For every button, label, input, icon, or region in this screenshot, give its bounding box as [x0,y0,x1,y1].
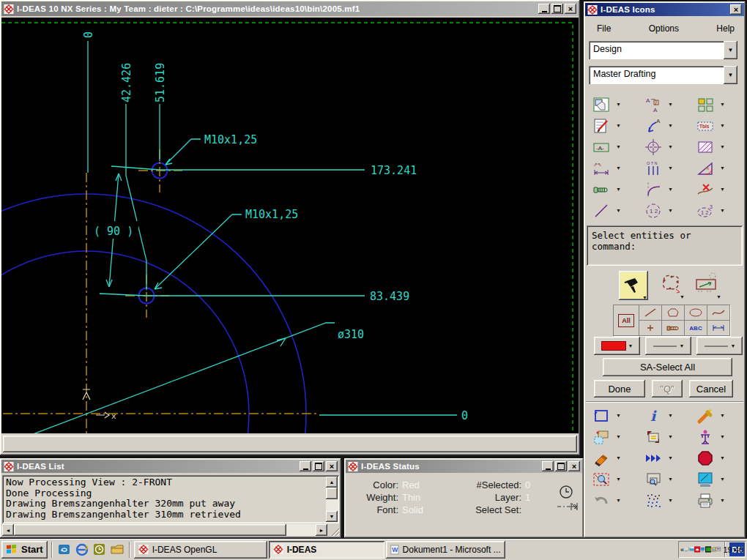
dim-83-439[interactable]: 83.439 [370,290,409,303]
chevron-down-icon[interactable]: ▼ [616,477,621,482]
thread-icon[interactable] [592,181,610,198]
dim-51-619[interactable]: 51.619 [154,63,167,102]
chevron-down-icon[interactable]: ▼ [720,455,725,460]
centerlines[interactable] [3,149,319,433]
chevron-down-icon[interactable]: ▼ [668,187,673,192]
dim-42-426[interactable]: 42.426 [120,63,133,102]
chevron-down-icon[interactable]: ▼ [642,295,647,300]
chevron-down-icon[interactable]: ▼ [720,477,725,482]
list-window-titlebar[interactable]: I-DEAS List × [1,460,340,473]
ordinate-zero-right[interactable]: 0 [461,409,468,422]
thread-label-2[interactable]: M10x1,25 [245,208,298,221]
chevron-down-icon[interactable]: ▼ [720,434,725,439]
chevron-down-icon[interactable]: ▼ [720,102,725,107]
chevron-down-icon[interactable]: ▼ [668,123,673,128]
chevron-down-icon[interactable]: ▼ [668,434,673,439]
filter-polygon[interactable] [662,305,684,320]
balloon-multi-icon[interactable]: 1 23 [696,202,714,220]
icons-panel-titlebar[interactable]: I-DEAS Icons × [585,3,744,16]
tray-clock[interactable]: 19:46 [723,545,743,554]
chevron-down-icon[interactable]: ▼ [724,41,737,59]
text-note-icon[interactable]: -A- [592,138,610,156]
chevron-down-icon[interactable]: ▼ [668,208,673,213]
filter-line[interactable] [639,305,661,320]
chevron-down-icon[interactable]: ▼ [668,477,673,482]
info-icon[interactable]: i [644,407,662,425]
hatch-icon[interactable] [696,138,714,156]
shade-dots-icon[interactable] [644,492,662,509]
minimize-button[interactable] [542,461,554,471]
dim-90[interactable]: ( 90 ) [94,225,133,238]
menu-options[interactable]: Options [646,22,682,35]
line-style-combo[interactable]: ▼ [645,337,691,355]
chevron-down-icon[interactable]: ▼ [720,413,725,418]
start-button[interactable]: Start [1,541,48,559]
dim-173-241[interactable]: 173.241 [371,164,417,177]
filter-spline[interactable] [707,305,729,320]
balloon-icon[interactable]: 1 2 [644,202,662,220]
menu-file[interactable]: File [594,22,614,35]
sheet-squares-icon[interactable] [696,96,714,113]
filter-thread[interactable] [662,321,684,335]
q-button[interactable]: "Q" [652,380,683,397]
copy-text-icon[interactable]: AA [644,96,662,113]
chevron-down-icon[interactable]: ▼ [616,498,621,503]
close-button[interactable]: × [568,461,580,471]
display-settings-icon[interactable] [716,545,721,553]
prompt-box[interactable]: Select entities or command: [587,225,743,266]
chevron-down-icon[interactable]: ▼ [668,455,673,460]
edit-sheet-icon[interactable] [592,117,610,135]
scroll-down-arrow[interactable]: ▼ [326,511,338,522]
print-icon[interactable] [696,492,714,509]
minimize-button[interactable] [300,461,311,471]
done-button[interactable]: Done [594,380,645,397]
main-window-titlebar[interactable]: I-DEAS 10 NX Series : My Team : dieter :… [1,1,579,16]
status-window-titlebar[interactable]: I-DEAS Status × [346,460,582,473]
chevron-down-icon[interactable]: ▼ [616,123,621,128]
chevron-down-icon[interactable]: ▼ [668,144,673,149]
ordinate-zero-top[interactable]: 0 [82,31,95,38]
delete-curve-icon[interactable] [696,181,714,198]
chevron-down-icon[interactable]: ▼ [720,123,725,128]
maximize-button[interactable] [555,461,567,471]
maximize-button[interactable] [551,4,563,14]
undo-icon[interactable] [592,492,610,509]
zone-select-button[interactable]: ▼ [694,272,720,299]
drawing-canvas[interactable]: x 0 42.426 51.619 M10x1,25 173.241 ( 90 … [1,18,579,433]
chevron-down-icon[interactable]: ▼ [720,208,725,213]
eraser-icon[interactable] [592,449,610,467]
menu-help[interactable]: Help [713,22,737,35]
maximize-button[interactable] [313,461,324,471]
icons-panel-close-button[interactable]: × [730,4,742,15]
filter-dimension[interactable] [707,321,729,335]
minimize-button[interactable] [538,4,550,14]
line-icon[interactable] [592,202,610,220]
stop-icon[interactable] [696,449,714,467]
zoom-selection-icon[interactable] [592,471,610,488]
task-ideas[interactable]: I-DEAS [269,541,384,559]
chevron-down-icon[interactable]: ▼ [668,102,673,107]
task-word-document[interactable]: W Dokument1 - Microsoft ... [386,541,505,559]
leader-arrow-icon[interactable]: A [644,117,662,135]
chevron-down-icon[interactable]: ▼ [616,434,621,439]
dimension-icon[interactable]: ⇗⇖ [592,160,610,177]
fillet-icon[interactable] [644,181,662,198]
chevron-down-icon[interactable]: ▼ [668,413,673,418]
color-combo[interactable]: ▼ [594,337,640,355]
chevron-down-icon[interactable]: ▼ [720,187,725,192]
manage-bins-icon[interactable] [644,428,662,446]
chevron-down-icon[interactable]: ▼ [720,144,725,149]
scroll-thumb[interactable] [14,524,286,536]
application-combo[interactable]: Design ▼ [589,41,737,59]
task-ideas-opengl[interactable]: I-DEAS OpenGL [134,541,267,559]
scheduler-icon[interactable] [92,542,108,558]
chevron-down-icon[interactable]: ▼ [616,165,621,171]
pick-tool-button[interactable]: ▼ [619,271,648,300]
ordinate-dimension-icon[interactable]: O T N [644,160,662,177]
rectangle-icon[interactable] [592,407,610,425]
scroll-up-arrow[interactable]: ▲ [326,477,338,488]
chevron-down-icon[interactable]: ▼ [720,498,725,503]
appearance-brush-icon[interactable]: ✦ [696,407,714,425]
filter-all[interactable]: All [614,305,639,335]
list-vertical-scrollbar[interactable]: ▲ ▼ [326,477,338,522]
